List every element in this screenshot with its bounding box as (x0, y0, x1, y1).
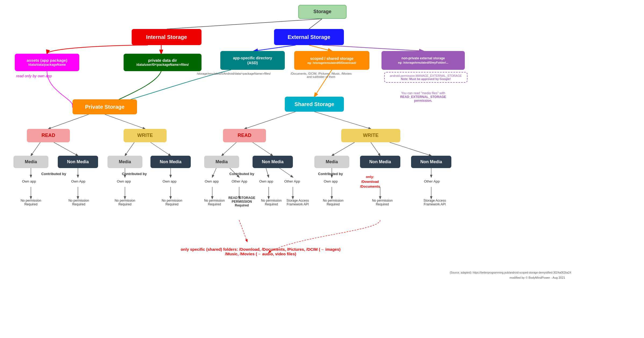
media-pr-node: Media (13, 156, 48, 168)
nonmedia-sr-node: Non Media (253, 156, 293, 168)
read-only-label: read only by own app (16, 74, 52, 78)
read-private-node: READ (27, 129, 70, 142)
internal-storage-node: Internal Storage (132, 29, 202, 45)
storage-access-sr-nonmedia: Storage AccessFramework API (282, 199, 314, 206)
svg-line-27 (279, 168, 293, 177)
svg-line-18 (371, 142, 380, 156)
svg-line-9 (244, 112, 296, 129)
asd-path-label: /storage/emulated/0/Android/data/<packag… (196, 72, 271, 75)
private-data-dir-node: private data dir /data/user/0/<packageNa… (124, 54, 202, 71)
svg-line-1 (309, 19, 322, 29)
media-sr-node: Media (204, 156, 239, 168)
contributed-by-shared-read: Contributed by (210, 172, 274, 176)
svg-line-5 (322, 45, 423, 51)
no-perm-pr-media: No permissionRequired (17, 199, 44, 206)
only-specific-folders: only specific (shared) folders: /Downloa… (167, 247, 355, 256)
no-perm-pw-nonmedia: No permissionRequired (157, 199, 187, 206)
own-app-sr-media: Own app (205, 179, 219, 183)
source-note: (Source, adapted): https://betterprogram… (403, 271, 618, 274)
scoped-shared-node: scoped / shared storage eg: /storage/emu… (294, 51, 369, 70)
non-private-ext-node: non-private external storage eg: /storag… (382, 51, 465, 70)
app-specific-node: app-specific directory(ASD) (220, 51, 285, 70)
svg-line-4 (309, 45, 332, 51)
shared-storage-node: Shared Storage (285, 97, 344, 112)
svg-line-11 (31, 142, 40, 156)
other-app-sr-media: Other App (232, 179, 247, 183)
modified-by: modified by © BodyMindPower - Aug 2021 (457, 276, 618, 279)
own-app-pr-media: Own app (22, 179, 36, 183)
read-shared-node: READ (223, 129, 266, 142)
svg-line-19 (390, 142, 431, 156)
write-private-node: WRITE (124, 129, 167, 142)
nonmedia-sw1-node: Non Media (360, 156, 400, 168)
nonmedia-pw-node: Non Media (150, 156, 191, 168)
non-private-note: android.permission.MANAGE_EXTERNAL_STORA… (384, 72, 467, 83)
private-storage-node: Private Storage (73, 99, 137, 114)
nonmedia-pr-node: Non Media (58, 156, 98, 168)
no-perm-sw-media: No permissionRequired (320, 199, 347, 206)
svg-line-10 (314, 112, 371, 129)
no-perm-pr-nonmedia: No permissionRequired (64, 199, 93, 206)
svg-line-7 (48, 114, 89, 129)
own-app-pr-nonmedia: Own App (71, 179, 85, 183)
external-storage-node: External Storage (274, 29, 344, 45)
read-external-note: You can read "media files" with READ_EXT… (384, 91, 462, 103)
svg-line-13 (125, 142, 134, 156)
svg-line-17 (332, 142, 355, 156)
read-storage-perm: READ_STORAGEPERMISSIONRequired (226, 196, 258, 207)
storage-access-sw-nonmedia2: Storage AccessFramework API (419, 199, 451, 206)
connector-arrows (0, 0, 644, 338)
svg-line-12 (54, 142, 78, 156)
media-pw-node: Media (107, 156, 142, 168)
own-app-pw-nonmedia: Own app (163, 179, 177, 183)
scoped-folders-label: /Documents, /DCIM, /Pictures, /Music, /M… (282, 72, 360, 78)
svg-line-3 (254, 45, 296, 51)
svg-line-16 (253, 142, 273, 156)
nonmedia-sw2-node: Non Media (411, 156, 451, 168)
write-shared-node: WRITE (341, 129, 400, 142)
no-perm-sr-media: No permissionRequired (201, 199, 228, 206)
svg-line-8 (105, 114, 145, 129)
own-app-sw-media: Own app (324, 179, 338, 183)
storage-node: Storage (298, 5, 347, 19)
contributed-by-private-write: Contributed by (102, 172, 167, 176)
svg-line-15 (222, 142, 236, 156)
no-perm-sw-nonmedia1: No permissionRequired (368, 199, 397, 206)
svg-line-0 (167, 19, 322, 29)
contributed-by-private-read: Contributed by (21, 172, 86, 176)
storage-diagram: Storage Internal Storage External Storag… (0, 0, 644, 338)
only-label: only:/Download/Documents (360, 175, 380, 189)
no-perm-pw-media: No permissionRequired (111, 199, 138, 206)
other-app-sw-nonmedia2: Other App (424, 179, 440, 183)
assets-node: assets (app package) /data/data/packageN… (15, 54, 79, 71)
svg-line-41 (239, 220, 247, 242)
svg-line-14 (150, 142, 171, 156)
own-app-pw-media: Own app (117, 179, 131, 183)
own-app-sr-nonmedia: Own app (259, 179, 273, 183)
other-app-sr-nonmedia: Other App (284, 179, 300, 183)
media-sw-node: Media (314, 156, 349, 168)
contributed-by-shared-write: Contributed by (298, 172, 363, 176)
